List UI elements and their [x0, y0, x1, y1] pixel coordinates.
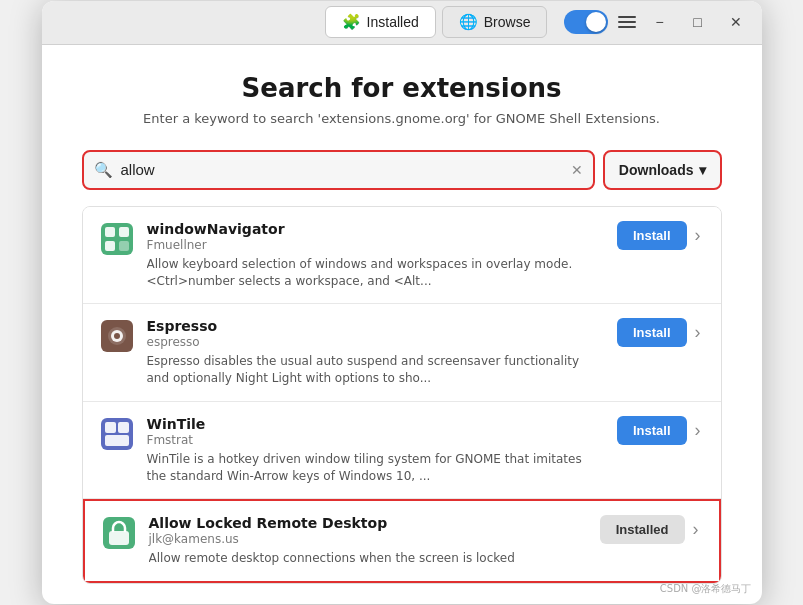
install-button[interactable]: Install [617, 318, 687, 347]
result-author: espresso [147, 335, 605, 349]
result-info: Allow Locked Remote Desktop jlk@kamens.u… [149, 515, 588, 567]
result-description: Allow keyboard selection of windows and … [147, 256, 605, 290]
minimize-button[interactable]: − [646, 8, 674, 36]
detail-chevron-button[interactable]: › [689, 515, 703, 544]
toggle-switch[interactable] [564, 10, 608, 34]
extension-icon [101, 515, 137, 551]
installed-icon: 🧩 [342, 13, 361, 31]
hamburger-menu-icon[interactable] [618, 16, 636, 28]
result-name: Allow Locked Remote Desktop [149, 515, 588, 531]
svg-rect-1 [105, 227, 115, 237]
browse-icon: 🌐 [459, 13, 478, 31]
installed-button[interactable]: Installed [600, 515, 685, 544]
page-subtitle: Enter a keyword to search 'extensions.gn… [82, 111, 722, 126]
main-window: 🧩 Installed 🌐 Browse − □ ✕ [42, 1, 762, 605]
svg-rect-12 [105, 435, 129, 446]
toggle-knob [586, 12, 606, 32]
result-item-highlighted: Allow Locked Remote Desktop jlk@kamens.u… [83, 499, 721, 583]
search-input-wrapper: 🔍 ✕ [82, 150, 595, 190]
browse-label: Browse [484, 14, 531, 30]
page-title: Search for extensions [82, 73, 722, 103]
results-list: windowNavigator Fmuellner Allow keyboard… [82, 206, 722, 585]
content-area: Search for extensions Enter a keyword to… [42, 45, 762, 605]
tab-installed[interactable]: 🧩 Installed [325, 6, 436, 38]
watermark: CSDN @洛希德马丁 [660, 582, 752, 596]
svg-rect-10 [105, 422, 116, 433]
svg-rect-2 [119, 227, 129, 237]
detail-chevron-button[interactable]: › [691, 416, 705, 445]
svg-rect-14 [109, 531, 129, 545]
titlebar-controls: − □ ✕ [564, 8, 750, 36]
result-description: Espresso disables the usual auto suspend… [147, 353, 605, 387]
installed-label: Installed [367, 14, 419, 30]
extension-icon [99, 221, 135, 257]
search-bar: 🔍 ✕ Downloads ▾ [82, 150, 722, 190]
extension-icon [99, 318, 135, 354]
result-info: Espresso espresso Espresso disables the … [147, 318, 605, 387]
result-item: Espresso espresso Espresso disables the … [83, 304, 721, 402]
result-item: WinTile Fmstrat WinTile is a hotkey driv… [83, 402, 721, 500]
tab-browse[interactable]: 🌐 Browse [442, 6, 548, 38]
result-actions: Install › [617, 221, 705, 250]
search-icon: 🔍 [94, 161, 113, 179]
svg-rect-3 [105, 241, 115, 251]
titlebar: 🧩 Installed 🌐 Browse − □ ✕ [42, 1, 762, 45]
search-input[interactable] [121, 161, 572, 178]
result-name: Espresso [147, 318, 605, 334]
sort-label: Downloads [619, 162, 694, 178]
maximize-button[interactable]: □ [684, 8, 712, 36]
result-description: WinTile is a hotkey driven window tiling… [147, 451, 605, 485]
sort-button[interactable]: Downloads ▾ [603, 150, 722, 190]
result-actions: Install › [617, 318, 705, 347]
sort-chevron-icon: ▾ [699, 162, 706, 178]
detail-chevron-button[interactable]: › [691, 318, 705, 347]
clear-input-icon[interactable]: ✕ [571, 162, 583, 178]
result-actions: Installed › [600, 515, 703, 544]
svg-rect-11 [118, 422, 129, 433]
result-name: WinTile [147, 416, 605, 432]
titlebar-tabs: 🧩 Installed 🌐 Browse [309, 6, 564, 38]
svg-rect-4 [119, 241, 129, 251]
result-author: jlk@kamens.us [149, 532, 588, 546]
result-author: Fmstrat [147, 433, 605, 447]
extension-icon [99, 416, 135, 452]
result-name: windowNavigator [147, 221, 605, 237]
result-actions: Install › [617, 416, 705, 445]
close-button[interactable]: ✕ [722, 8, 750, 36]
result-description: Allow remote desktop connections when th… [149, 550, 588, 567]
result-info: windowNavigator Fmuellner Allow keyboard… [147, 221, 605, 290]
result-item: windowNavigator Fmuellner Allow keyboard… [83, 207, 721, 305]
svg-point-8 [114, 333, 120, 339]
result-author: Fmuellner [147, 238, 605, 252]
install-button[interactable]: Install [617, 221, 687, 250]
detail-chevron-button[interactable]: › [691, 221, 705, 250]
install-button[interactable]: Install [617, 416, 687, 445]
result-info: WinTile Fmstrat WinTile is a hotkey driv… [147, 416, 605, 485]
